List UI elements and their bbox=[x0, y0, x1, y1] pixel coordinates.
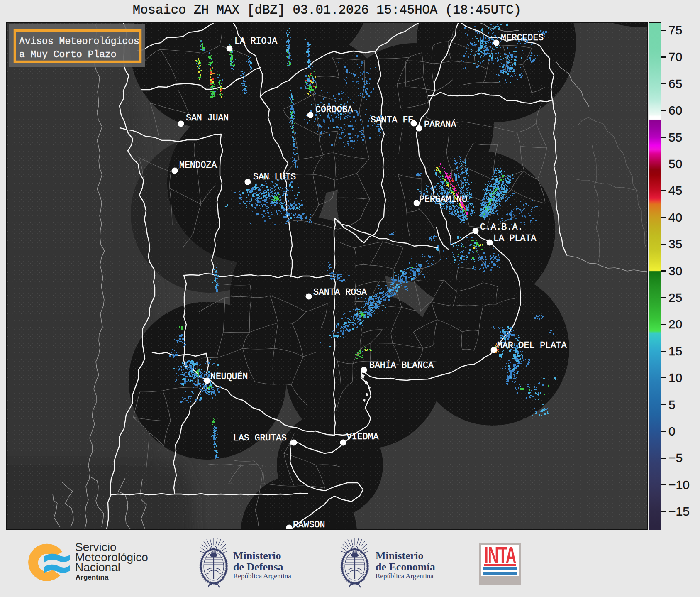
svg-text:NEUQUÉN: NEUQUÉN bbox=[210, 371, 248, 382]
svg-text:SANTA FE: SANTA FE bbox=[371, 115, 413, 125]
svg-text:a Muy Corto Plazo: a Muy Corto Plazo bbox=[19, 49, 117, 60]
svg-text:Avisos Meteorológicos: Avisos Meteorológicos bbox=[19, 36, 139, 47]
svg-text:SAN LUIS: SAN LUIS bbox=[253, 172, 296, 182]
svg-text:PARANÁ: PARANÁ bbox=[424, 119, 456, 130]
svg-text:PERGAMINO: PERGAMINO bbox=[419, 194, 467, 204]
svg-text:CÓRDOBA: CÓRDOBA bbox=[315, 104, 353, 115]
svg-text:SAN JUAN: SAN JUAN bbox=[186, 113, 229, 123]
svg-text:SANTA ROSA: SANTA ROSA bbox=[313, 287, 367, 297]
svg-text:VIEDMA: VIEDMA bbox=[346, 432, 379, 442]
svg-text:LA PLATA: LA PLATA bbox=[493, 233, 536, 243]
svg-text:LA RIOJA: LA RIOJA bbox=[234, 36, 277, 46]
svg-text:RAWSON: RAWSON bbox=[293, 520, 325, 530]
svg-text:C.A.B.A.: C.A.B.A. bbox=[480, 222, 523, 232]
svg-text:MENDOZA: MENDOZA bbox=[179, 160, 217, 170]
svg-text:MAR DEL PLATA: MAR DEL PLATA bbox=[497, 340, 567, 350]
svg-text:BAHÍA BLANCA: BAHÍA BLANCA bbox=[369, 360, 434, 370]
svg-text:LAS GRUTAS: LAS GRUTAS bbox=[233, 433, 287, 443]
svg-text:MERCEDES: MERCEDES bbox=[501, 33, 544, 43]
